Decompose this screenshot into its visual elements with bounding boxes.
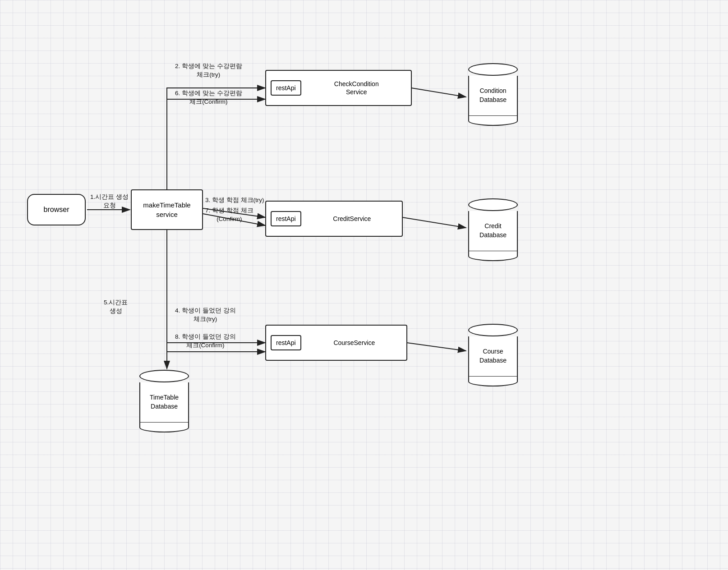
condition-db-node: ConditionDatabase: [468, 63, 518, 126]
course-db-node: CourseDatabase: [468, 324, 518, 386]
restapi-label-credit: restApi: [271, 211, 301, 226]
timetable-db-label: TimeTableDatabase: [150, 393, 179, 411]
svg-line-6: [402, 217, 466, 228]
label-arrow1: 1.시간표 생성요청: [90, 193, 129, 210]
label-arrow3: 3. 학생 학점 체크(try): [205, 196, 264, 205]
diagram-container: 1.시간표 생성요청 2. 학생에 맞는 수강편람체크(try) 6. 학생에 …: [0, 0, 728, 570]
maketimetable-node: makeTimeTableservice: [131, 189, 203, 230]
timetable-db-node: TimeTableDatabase: [139, 370, 189, 432]
course-service-node: restApi CourseService: [265, 325, 407, 361]
svg-line-5: [411, 88, 466, 97]
credit-db-node: CreditDatabase: [468, 198, 518, 261]
label-arrow8: 8. 학생이 들었던 강의체크(Confirm): [175, 333, 236, 350]
restapi-label-course: restApi: [271, 335, 301, 350]
restapi-label-condition: restApi: [271, 80, 301, 96]
credit-service-label: CreditService: [307, 215, 397, 223]
course-service-label: CourseService: [307, 339, 402, 347]
browser-label: browser: [44, 205, 69, 215]
svg-line-7: [407, 343, 466, 351]
course-db-label: CourseDatabase: [479, 347, 507, 365]
label-arrow7: 7. 학생 학점 체크(Confirm): [205, 207, 253, 224]
label-arrow5: 5.시간표생성: [104, 299, 128, 316]
condition-db-label: ConditionDatabase: [479, 87, 507, 104]
browser-node: browser: [27, 194, 86, 225]
label-arrow4: 4. 학생이 들었던 강의체크(try): [175, 307, 236, 324]
credit-db-label: CreditDatabase: [479, 222, 507, 239]
label-arrow2: 2. 학생에 맞는 수강편람체크(try): [175, 62, 242, 79]
maketimetable-label: makeTimeTableservice: [143, 200, 190, 219]
label-arrow6: 6. 학생에 맞는 수강편람체크(Confirm): [175, 89, 242, 106]
check-condition-node: restApi CheckConditionService: [265, 70, 412, 106]
check-condition-label: CheckConditionService: [307, 80, 406, 96]
credit-service-node: restApi CreditService: [265, 201, 403, 237]
